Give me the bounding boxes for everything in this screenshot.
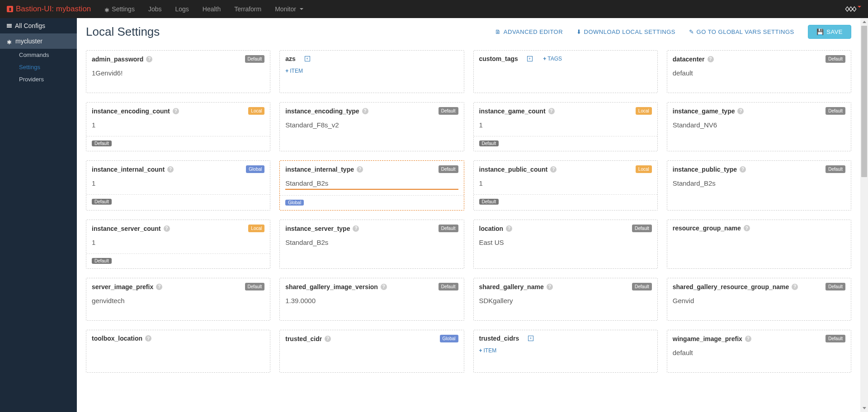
help-icon[interactable]: ? [156, 284, 162, 290]
instance-game-count-input[interactable] [479, 119, 652, 131]
chevron-down-icon [300, 8, 303, 10]
default-badge[interactable]: Default [479, 199, 499, 205]
scroll-thumb[interactable] [861, 26, 867, 177]
instance-encoding-count-input[interactable] [92, 119, 264, 131]
sidebar-mycluster[interactable]: mycluster [0, 33, 77, 49]
instance-game-type-input[interactable] [673, 119, 845, 131]
default-badge[interactable]: Default [92, 199, 112, 205]
card-toolbox-location: toolbox_location? [86, 330, 270, 373]
help-icon[interactable]: ? [792, 284, 798, 290]
instance-internal-type-input[interactable] [285, 178, 458, 190]
global-badge[interactable]: Global [285, 200, 304, 206]
instance-internal-count-input[interactable] [92, 178, 264, 189]
add-tags-link[interactable]: + TAGS [543, 56, 562, 62]
wingame-image-prefix-input[interactable] [673, 347, 845, 358]
admin-password-input[interactable] [92, 67, 264, 79]
add-item-link[interactable]: + ITEM [285, 68, 303, 74]
nav-terraform[interactable]: Terraform [227, 1, 268, 17]
help-icon[interactable]: ? [173, 108, 179, 114]
sidebar-sub-providers[interactable]: Providers [0, 73, 77, 85]
help-icon[interactable]: ? [744, 225, 750, 231]
genvid-logo-icon[interactable] [844, 3, 857, 15]
help-icon[interactable]: ? [353, 225, 359, 232]
page-actions: 🗎ADVANCED EDITOR ⬇DOWNLOAD LOCAL SETTING… [495, 25, 851, 39]
location-input[interactable] [479, 237, 652, 248]
resource-group-name-input[interactable] [673, 236, 845, 248]
scroll-down-button[interactable] [860, 404, 868, 412]
help-icon[interactable]: ? [740, 166, 746, 173]
global-badge: Global [246, 165, 264, 173]
card-shared-gallery-resource-group-name: shared_gallery_resource_group_name?Defau… [667, 278, 851, 321]
help-icon[interactable]: ? [381, 284, 387, 290]
card-instance-game-type: instance_game_type?Default [667, 102, 851, 151]
help-icon[interactable]: ? [548, 108, 555, 114]
help-icon[interactable]: ? [745, 336, 751, 342]
nav-settings[interactable]: Settings [98, 1, 142, 17]
help-icon[interactable]: ? [357, 166, 363, 173]
help-icon[interactable]: ? [550, 166, 557, 173]
shared-gallery-image-version-input[interactable] [285, 295, 458, 306]
scroll-track[interactable] [860, 26, 868, 404]
help-icon[interactable]: ? [362, 108, 368, 114]
instance-server-count-input[interactable] [92, 237, 264, 248]
download-settings-link[interactable]: ⬇DOWNLOAD LOCAL SETTINGS [576, 28, 675, 35]
card-instance-server-count: instance_server_count?Local Default [86, 220, 270, 269]
default-badge[interactable]: Default [92, 258, 112, 264]
instance-encoding-type-input[interactable] [285, 119, 458, 131]
help-icon[interactable]: ? [547, 284, 553, 290]
help-icon[interactable]: ? [146, 56, 152, 62]
scrollbar[interactable] [860, 18, 868, 412]
default-badge: Default [245, 283, 265, 290]
brand-text: Bastion-UI: mybastion [16, 5, 91, 14]
card-instance-encoding-count: instance_encoding_count?Local Default [86, 102, 270, 151]
card-shared-gallery-name: shared_gallery_name?Default [473, 278, 658, 321]
nav-health[interactable]: Health [196, 1, 227, 17]
chevron-down-icon[interactable] [858, 6, 861, 8]
server-image-prefix-input[interactable] [92, 295, 264, 306]
sidebar-sub-settings[interactable]: Settings [0, 61, 77, 73]
help-icon[interactable]: ? [167, 166, 174, 173]
default-badge: Default [826, 165, 845, 173]
advanced-editor-link[interactable]: 🗎ADVANCED EDITOR [495, 28, 563, 35]
trusted-cidr-input[interactable] [285, 347, 458, 358]
instance-server-type-input[interactable] [285, 237, 458, 248]
help-icon[interactable]: ? [708, 56, 714, 62]
card-instance-public-count: instance_public_count?Local Default [473, 160, 658, 211]
add-item-link[interactable]: + ITEM [479, 347, 497, 354]
nav-logs[interactable]: Logs [168, 1, 195, 17]
card-instance-encoding-type: instance_encoding_type?Default [279, 102, 464, 151]
help-icon[interactable]: ? [145, 335, 151, 342]
settings-grid: admin_password?Default azs + + ITEM cust… [86, 50, 851, 373]
local-badge: Local [248, 107, 264, 115]
sidebar-sub-commands[interactable]: Commands [0, 49, 77, 61]
navbar: ▮ Bastion-UI: mybastion Settings Jobs Lo… [0, 0, 868, 18]
card-instance-internal-count: instance_internal_count?Global Default [86, 160, 270, 211]
sidebar-all-configs[interactable]: All Configs [0, 18, 77, 33]
main-content: Local Settings 🗎ADVANCED EDITOR ⬇DOWNLOA… [77, 18, 860, 412]
gear-icon [7, 38, 12, 44]
instance-public-type-input[interactable] [673, 178, 845, 189]
help-icon[interactable]: ? [164, 225, 170, 232]
help-icon[interactable]: ? [506, 225, 512, 232]
datacenter-input[interactable] [673, 67, 845, 79]
nav-jobs[interactable]: Jobs [142, 1, 169, 17]
instance-public-count-input[interactable] [479, 178, 652, 189]
expand-icon[interactable]: + [528, 336, 533, 341]
brand-link[interactable]: ▮ Bastion-UI: mybastion [7, 5, 91, 14]
global-vars-link[interactable]: ✎GO TO GLOBAL VARS SETTINGS [689, 28, 794, 35]
download-icon: ⬇ [576, 28, 582, 35]
default-badge[interactable]: Default [92, 140, 112, 146]
help-icon[interactable]: ? [737, 108, 744, 114]
shared-gallery-name-input[interactable] [479, 295, 652, 306]
default-badge[interactable]: Default [479, 140, 499, 146]
card-trusted-cidrs: trusted_cidrs + + ITEM [473, 330, 658, 373]
scroll-up-button[interactable] [860, 18, 868, 26]
save-button[interactable]: 💾SAVE [808, 25, 851, 39]
expand-icon[interactable]: + [305, 56, 310, 61]
toolbox-location-input[interactable] [92, 346, 264, 358]
nav-monitor[interactable]: Monitor [268, 1, 310, 17]
shared-gallery-resource-group-name-input[interactable] [673, 295, 845, 306]
help-icon[interactable]: ? [325, 336, 331, 342]
default-badge: Default [245, 55, 265, 63]
expand-icon[interactable]: + [527, 56, 533, 61]
